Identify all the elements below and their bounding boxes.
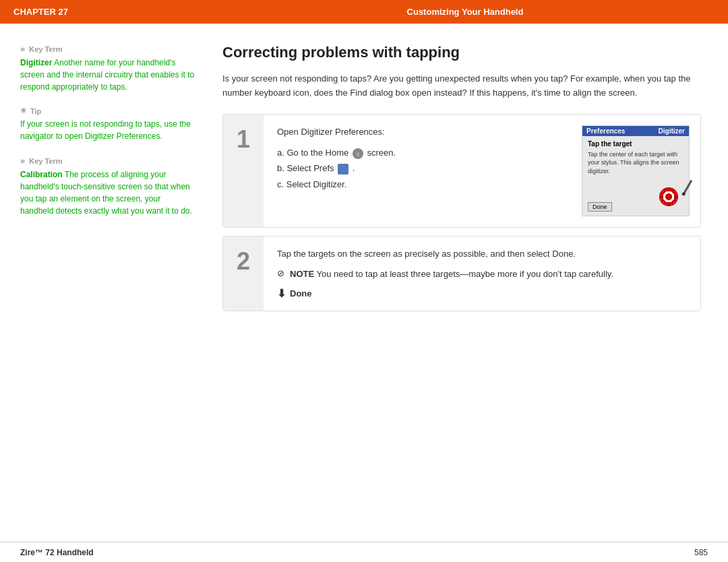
dig-heading: Tap the target — [588, 140, 684, 148]
step-1-main: Open Digitizer Preferences: — [277, 125, 571, 139]
main-layout: Key Term Digitizer Another name for your… — [0, 24, 728, 542]
key-term-2-text: Calibration The process of aligning your… — [20, 168, 195, 217]
tip-text: If your screen is not responding to taps… — [20, 118, 195, 142]
dig-done-button[interactable]: Done — [588, 202, 612, 212]
sidebar-section-key-term-2: Key Term Calibration The process of alig… — [20, 156, 195, 217]
dig-titlebar-left: Preferences — [586, 127, 625, 135]
digitizer-screenshot: Preferences Digitizer Tap the target Tap… — [582, 125, 690, 217]
key-term-label-1: Key Term — [20, 44, 195, 54]
note-icon: ⊘ — [277, 268, 284, 278]
note-box: ⊘ NOTE You need to tap at least three ta… — [277, 268, 690, 281]
dig-footer: Done — [582, 185, 689, 216]
key-term-label-2: Key Term — [20, 156, 195, 166]
key-term-1-name: Digitizer — [20, 58, 52, 67]
note-text: NOTE You need to tap at least three targ… — [290, 268, 613, 281]
home-icon: ⌂ — [353, 148, 363, 159]
page-title: Correcting problems with tapping — [222, 44, 701, 61]
step-1-box: 1 Open Digitizer Preferences: a. Go to t… — [222, 114, 701, 228]
bullseye-icon — [659, 187, 678, 206]
dig-titlebar-right: Digitizer — [659, 127, 685, 135]
footer-page: 585 — [694, 548, 708, 557]
step-2-box: 2 Tap the targets on the screen as preci… — [222, 236, 701, 311]
note-body: You need to tap at least three targets—m… — [317, 269, 613, 279]
sidebar-section-key-term-1: Key Term Digitizer Another name for your… — [20, 44, 195, 93]
step-1-content: Open Digitizer Preferences: a. Go to the… — [264, 115, 700, 228]
tip-label: Tip — [20, 106, 195, 115]
intro-paragraph: Is your screen not responding to taps? A… — [222, 72, 701, 100]
step-2-main: Tap the targets on the screen as precise… — [277, 247, 690, 261]
done-label: Done — [290, 288, 312, 299]
dig-body: Tap the target Tap the center of each ta… — [582, 136, 689, 185]
chapter-title: Customizing Your Handheld — [216, 7, 715, 17]
key-term-2-name: Calibration — [20, 170, 63, 179]
step-1-subs: a. Go to the Home ⌂ screen. b. Select Pr… — [277, 145, 571, 192]
step-1-number: 1 — [223, 115, 264, 228]
page-footer: Zire™ 72 Handheld 585 — [0, 542, 728, 562]
chapter-label: CHAPTER 27 — [13, 7, 216, 17]
done-arrow-icon: ⬇ — [277, 287, 286, 300]
footer-product: Zire™ 72 Handheld — [20, 548, 94, 557]
sidebar-section-tip: Tip If your screen is not responding to … — [20, 106, 195, 142]
prefs-icon — [338, 164, 348, 175]
key-term-1-text: Digitizer Another name for your handheld… — [20, 57, 195, 93]
bullseye-container — [659, 187, 684, 212]
dig-titlebar: Preferences Digitizer — [582, 126, 689, 136]
step-1-text: Open Digitizer Preferences: a. Go to the… — [277, 125, 571, 217]
step-2-text: Tap the targets on the screen as precise… — [277, 247, 690, 300]
note-label: NOTE — [290, 269, 314, 279]
step-2-content: Tap the targets on the screen as precise… — [264, 237, 700, 311]
dig-body-text: Tap the center of each target with your … — [588, 150, 684, 176]
step-2-number: 2 — [223, 237, 264, 311]
step-1-sub-c: c. Select Digitizer. — [277, 177, 571, 192]
page-header: CHAPTER 27 Customizing Your Handheld — [0, 0, 728, 24]
step-1-sub-b: b. Select Prefs . — [277, 160, 571, 176]
done-link[interactable]: ⬇ Done — [277, 287, 690, 300]
sidebar: Key Term Digitizer Another name for your… — [0, 24, 209, 542]
main-content: Correcting problems with tapping Is your… — [209, 24, 728, 542]
step-1-sub-a: a. Go to the Home ⌂ screen. — [277, 145, 571, 160]
